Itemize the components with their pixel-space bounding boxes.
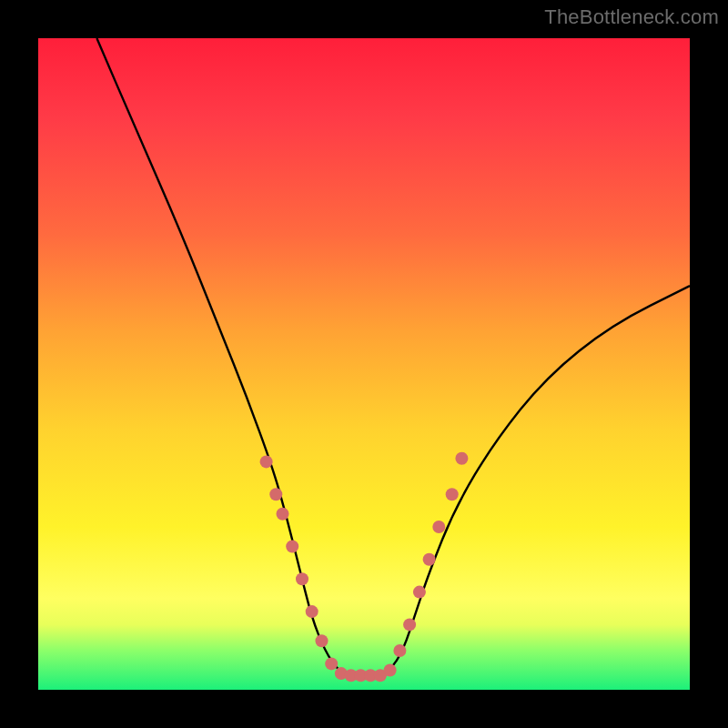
curve-dot [260,455,273,468]
curve-dot [455,452,468,465]
chart-frame: TheBottleneck.com [0,0,728,728]
bottleneck-curve-path [96,38,690,677]
curve-dot [316,634,329,647]
plot-area [38,38,690,690]
curve-dot [306,605,318,618]
curve-dot [393,644,406,657]
watermark-text: TheBottleneck.com [544,5,719,29]
curve-dot [269,488,282,500]
curve-layer [38,38,690,690]
curve-dot [286,541,298,553]
curve-dot [296,572,308,585]
curve-dot [384,664,397,677]
curve-dot [446,488,459,500]
curve-dots-group [260,452,469,682]
curve-dot [413,586,426,599]
curve-dot [325,657,338,670]
curve-dot [403,618,416,631]
curve-dot [277,508,289,521]
curve-dot [432,521,445,533]
curve-dot [423,553,436,566]
